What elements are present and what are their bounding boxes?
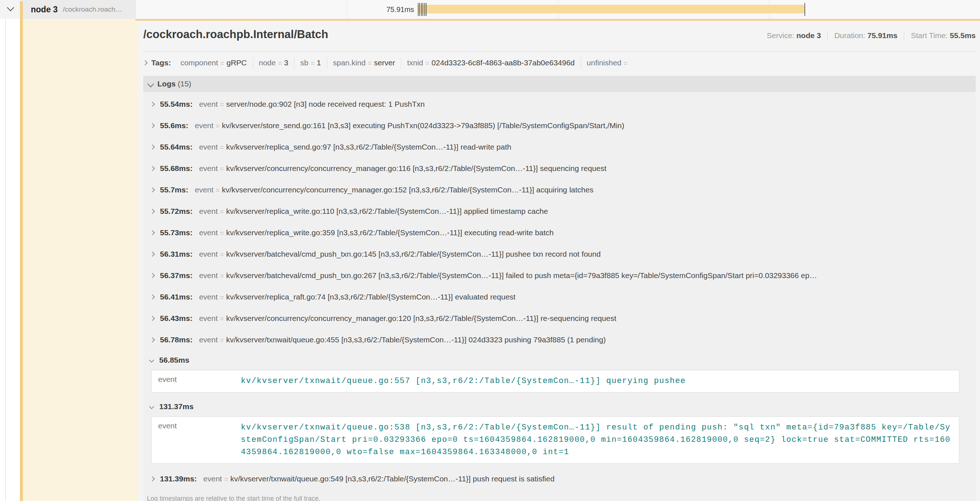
chevron-right-icon	[150, 251, 155, 256]
meta-label: Duration:	[834, 31, 865, 40]
span-detail-header: /cockroach.roachpb.Internal/Batch Servic…	[143, 21, 976, 51]
span-timeline[interactable]: 75.91ms	[135, 0, 980, 19]
log-timestamp: 131.39ms:	[160, 474, 197, 483]
log-message: kv/kvserver/replica_write.go:359 [n3,s3,…	[226, 228, 554, 237]
log-field-key: event	[199, 207, 218, 215]
logs-body: 55.54ms: event=server/node.go:902 [n3] n…	[143, 92, 976, 501]
tag-key: node	[259, 59, 276, 67]
span-name-cell[interactable]: node 3 /cockroach.roach…	[20, 0, 135, 19]
tag-value: server	[374, 59, 395, 67]
selected-span-accent-bar	[20, 2, 23, 501]
log-message: kv/kvserver/replica_write.go:110 [n3,s3,…	[226, 207, 548, 215]
tag-value: gRPC	[226, 59, 247, 67]
tag-key: txnid	[407, 59, 423, 67]
log-detail-table: event kv/kvserver/txnwait/queue.go:538 […	[151, 416, 959, 464]
chevron-right-icon	[150, 208, 155, 214]
log-field-key: event	[152, 375, 241, 388]
meta-label: Service:	[767, 31, 794, 40]
chevron-down-icon	[7, 4, 14, 11]
log-row[interactable]: 131.39ms: event=kv/kvserver/txnwait/queu…	[147, 468, 976, 489]
equals-sign: =	[218, 59, 226, 67]
logs-count: (15)	[178, 80, 191, 88]
log-row[interactable]: 56.78ms: event=kv/kvserver/txnwait/queue…	[147, 329, 976, 350]
log-row[interactable]: 56.41ms: event=kv/kvserver/replica_raft.…	[147, 286, 976, 308]
log-summary: event=kv/kvserver/store_send.go:161 [n3,…	[195, 121, 624, 130]
log-field-key: event	[199, 164, 218, 172]
log-message: kv/kvserver/txnwait/queue.go:549 [n3,s3,…	[230, 474, 555, 483]
logs-footer-note: Log timestamps are relative to the start…	[147, 491, 976, 501]
tag-key: sb	[300, 59, 308, 67]
log-row-expanded-header[interactable]: 56.85ms	[147, 350, 976, 370]
operation-name: /cockroach.roach…	[63, 5, 122, 13]
log-summary: event=kv/kvserver/txnwait/queue.go:549 […	[204, 474, 555, 483]
meta-label: Start Time:	[911, 31, 948, 40]
meta-value: 55.5ms	[950, 31, 976, 40]
log-field-key: event	[195, 185, 213, 194]
chevron-down-icon	[149, 357, 154, 363]
log-message: kv/kvserver/concurrency/concurrency_mana…	[222, 185, 593, 194]
tag-item[interactable]: sb=1	[294, 57, 327, 69]
chevron-right-icon	[150, 316, 155, 321]
log-field-key: event	[199, 335, 218, 344]
log-row[interactable]: 55.64ms: event=kv/kvserver/replica_send.…	[147, 136, 976, 158]
log-marker-tick	[805, 3, 805, 16]
equals-sign: =	[308, 59, 317, 67]
log-field-key: event	[199, 271, 218, 279]
log-row[interactable]: 55.6ms: event=kv/kvserver/store_send.go:…	[147, 115, 976, 136]
equals-sign: =	[423, 59, 432, 67]
selected-row-highlight	[23, 19, 135, 501]
trace-span-detail-page: node 3 /cockroach.roach… 75.91ms /cockro…	[0, 0, 980, 501]
equals-sign: =	[218, 336, 226, 344]
span-row: node 3 /cockroach.roach… 75.91ms	[0, 0, 980, 19]
tag-item[interactable]: txnid=024d3323-6c8f-4863-aa8b-37ab0e6349…	[401, 57, 581, 69]
log-message: kv/kvserver/concurrency/concurrency_mana…	[226, 314, 616, 322]
log-row[interactable]: 56.31ms: event=kv/kvserver/batcheval/cmd…	[147, 243, 976, 265]
log-row-expanded: 131.37ms event kv/kvserver/txnwait/queue…	[147, 397, 976, 464]
tag-item[interactable]: span.kind=server	[327, 57, 401, 69]
log-timestamp: 55.72ms:	[160, 207, 192, 215]
log-summary: event=kv/kvserver/replica_send.go:97 [n3…	[199, 143, 511, 152]
log-timestamp: 55.64ms:	[160, 143, 192, 152]
log-field-key: event	[199, 143, 218, 151]
log-row[interactable]: 55.68ms: event=kv/kvserver/concurrency/c…	[147, 158, 976, 179]
equals-sign: =	[218, 294, 226, 301]
tag-key: unfinished	[587, 59, 622, 67]
tags-label: Tags:	[151, 59, 171, 67]
collapse-children-button[interactable]	[8, 5, 17, 14]
chevron-down-icon	[149, 404, 154, 409]
equals-sign: =	[218, 229, 226, 237]
logs-title: Logs (15)	[158, 80, 191, 88]
tag-item[interactable]: component=gRPC	[175, 57, 253, 69]
tags-toggle-row[interactable]: Tags: component=gRPC node=3 sb=1 span.ki…	[143, 51, 976, 74]
log-marker-tick	[423, 3, 423, 16]
meta-value: 75.91ms	[867, 31, 897, 40]
log-row[interactable]: 56.43ms: event=kv/kvserver/concurrency/c…	[147, 308, 976, 329]
log-summary: event=kv/kvserver/concurrency/concurrenc…	[199, 314, 616, 323]
log-field-value: kv/kvserver/txnwait/queue.go:538 [n3,s3,…	[241, 421, 959, 458]
log-message: kv/kvserver/store_send.go:161 [n3,s3] ex…	[222, 121, 625, 129]
log-row[interactable]: 55.7ms: event=kv/kvserver/concurrency/co…	[147, 179, 976, 200]
chevron-right-icon	[150, 144, 155, 149]
equals-sign: =	[621, 59, 630, 67]
log-row[interactable]: 55.73ms: event=kv/kvserver/replica_write…	[147, 222, 976, 243]
log-timestamp: 56.31ms:	[160, 250, 192, 258]
log-row[interactable]: 55.72ms: event=kv/kvserver/replica_write…	[147, 200, 976, 222]
log-message: kv/kvserver/txnwait/queue.go:455 [n3,s3,…	[226, 335, 606, 344]
tag-item[interactable]: node=3	[253, 57, 295, 69]
chevron-right-icon	[150, 294, 155, 299]
tag-value: 3	[284, 59, 288, 67]
log-timestamp: 55.73ms:	[160, 228, 192, 237]
tag-value: 024d3323-6c8f-4863-aa8b-37ab0e63496d	[432, 59, 575, 67]
tag-item[interactable]: unfinished=	[581, 57, 636, 69]
span-duration-bar[interactable]	[418, 5, 805, 13]
tag-key: component	[180, 59, 218, 67]
log-summary: event=server/node.go:902 [n3] node recei…	[199, 100, 425, 108]
log-marker-tick	[419, 3, 420, 16]
logs-header[interactable]: Logs (15)	[143, 76, 976, 92]
log-field-key: event	[199, 293, 218, 301]
chevron-right-icon	[150, 337, 155, 342]
log-row[interactable]: 55.54ms: event=server/node.go:902 [n3] n…	[147, 93, 976, 115]
log-summary: event=kv/kvserver/txnwait/queue.go:455 […	[199, 335, 606, 344]
log-row[interactable]: 56.37ms: event=kv/kvserver/batcheval/cmd…	[147, 265, 976, 286]
log-row-expanded-header[interactable]: 131.37ms	[147, 397, 976, 416]
